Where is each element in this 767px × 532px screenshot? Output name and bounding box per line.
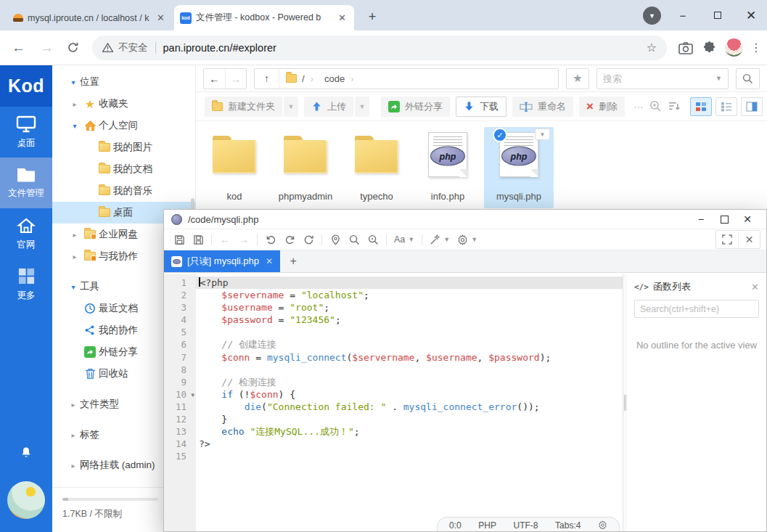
browser-reload-button[interactable] (67, 41, 79, 54)
encoding[interactable]: UTF-8 (514, 520, 538, 532)
tree-item-location[interactable]: ▾位置 (52, 71, 195, 93)
chevron-down-icon[interactable]: ▾ (67, 78, 80, 86)
window-maximize-button[interactable] (702, 0, 734, 30)
camera-extension-icon[interactable] (678, 41, 693, 54)
code-line-7[interactable]: $conn = mysqli_connect($servername, $use… (196, 351, 623, 364)
file-tile-mysqli-php[interactable]: php✓▼mysqli.php (484, 127, 554, 208)
tree-item-personal-space[interactable]: ▾个人空间 (52, 115, 195, 136)
explorer-forward-button[interactable]: → (225, 69, 246, 89)
view-list-button[interactable] (715, 97, 737, 116)
code-line-9[interactable]: // 检测连接 (196, 376, 623, 388)
more-actions-icon[interactable]: ⋯ (633, 101, 644, 112)
save-button[interactable] (170, 231, 189, 248)
file-tile-kod[interactable]: kod (200, 127, 269, 208)
profile-avatar[interactable] (725, 38, 743, 57)
appnav-official-site[interactable]: 官网 (0, 208, 52, 259)
window-minimize-button[interactable]: − (667, 0, 699, 30)
line-number[interactable]: 6 (164, 338, 196, 351)
new-folder-dropdown[interactable]: ▼ (284, 97, 298, 117)
outline-search-input[interactable] (634, 300, 759, 318)
find-replace-button[interactable] (364, 231, 382, 248)
browser-tab-phpmyadmin[interactable]: mysql.iproute.cn / localhost / k ✕ (7, 5, 173, 30)
chevron-down-icon[interactable]: ▾ (68, 122, 81, 130)
chrome-status-badge-icon[interactable]: ▼ (643, 7, 661, 25)
bookmark-star-icon[interactable]: ☆ (647, 41, 657, 54)
search-input[interactable] (603, 73, 712, 84)
fold-caret-icon[interactable]: ▼ (191, 389, 194, 401)
security-label[interactable]: 不安全 (118, 41, 148, 54)
code-area[interactable]: 12345678910▼1112131415 <?php $servername… (164, 274, 623, 531)
code-lines[interactable]: <?php $servername = "localhost"; $userna… (196, 274, 623, 531)
appnav-file-manager[interactable]: 文件管理 (0, 157, 52, 208)
chevron-down-icon[interactable]: ▾ (67, 283, 80, 291)
selected-check-icon[interactable]: ✓ (493, 128, 507, 142)
refresh-button[interactable] (299, 231, 318, 248)
tab-close-icon[interactable]: ✕ (336, 12, 348, 23)
code-line-10[interactable]: if (!$conn) { (196, 388, 623, 401)
file-tile-phpmyadmin[interactable]: phpmyadmin (271, 127, 340, 208)
cursor-position[interactable]: 0:0 (449, 520, 462, 532)
download-button[interactable]: 下载 (456, 97, 506, 117)
chevron-down-icon[interactable]: ▼ (715, 75, 722, 82)
line-number[interactable]: 11 (164, 401, 196, 413)
find-button[interactable] (345, 231, 364, 248)
code-line-8[interactable] (196, 364, 623, 376)
line-number[interactable]: 2 (164, 289, 196, 301)
code-line-12[interactable]: } (196, 413, 623, 425)
language-mode[interactable]: PHP (478, 520, 496, 532)
editor-minimize-button[interactable]: − (689, 210, 713, 229)
undo-button[interactable] (261, 231, 280, 248)
chevron-right-icon[interactable]: ▸ (67, 462, 80, 470)
kod-logo[interactable]: Kod (0, 65, 52, 107)
line-number[interactable]: 9 (164, 376, 196, 388)
chevron-right-icon[interactable]: ▸ (68, 100, 81, 108)
up-folder-button[interactable]: ↑ (255, 69, 279, 89)
tab-close-icon[interactable]: ✕ (155, 12, 167, 23)
view-column-button[interactable] (741, 97, 763, 116)
line-number[interactable]: 10▼ (164, 388, 196, 401)
panel-close-button[interactable]: ✕ (738, 231, 760, 248)
nav-back-button[interactable]: ← (216, 231, 234, 248)
url-text[interactable]: pan.iproute.cn/#explorer (163, 42, 276, 54)
status-gear-icon[interactable] (598, 520, 607, 532)
editor-close-button[interactable]: ✕ (736, 210, 759, 229)
line-number[interactable]: 3 (164, 301, 196, 314)
code-line-5[interactable] (196, 326, 623, 338)
extensions-puzzle-icon[interactable] (702, 41, 716, 54)
sort-button[interactable] (668, 101, 680, 112)
fullscreen-button[interactable] (716, 231, 738, 248)
file-tile-typecho[interactable]: typecho (342, 127, 411, 208)
breadcrumb-folder[interactable]: code (324, 73, 345, 84)
appnav-desktop[interactable]: 桌面 (0, 107, 52, 157)
code-line-14[interactable]: ?> (196, 438, 623, 450)
explorer-back-button[interactable]: ← (204, 69, 225, 89)
code-line-15[interactable] (196, 450, 623, 462)
new-tab-button[interactable]: + (363, 7, 382, 26)
share-button[interactable]: 外链分享 (381, 97, 450, 117)
chevron-right-icon[interactable]: ▸ (67, 401, 80, 409)
line-number[interactable]: 5 (164, 326, 196, 338)
tab-size[interactable]: Tabs:4 (555, 520, 581, 532)
code-line-13[interactable]: echo "连接MySQL...成功！"; (196, 425, 623, 438)
chevron-right-icon[interactable]: ▸ (68, 231, 81, 239)
nav-forward-button[interactable]: → (234, 231, 253, 248)
delete-button[interactable]: × 删除 (579, 97, 625, 117)
tree-item-my-documents[interactable]: 我的文档 (52, 158, 195, 180)
goto-line-button[interactable] (326, 231, 345, 248)
search-button[interactable] (736, 68, 760, 89)
tree-item-my-pictures[interactable]: 我的图片 (52, 136, 195, 158)
browser-tab-kodbox[interactable]: kod 文件管理 - kodbox - Powered b ✕ (174, 5, 354, 30)
browser-back-button[interactable]: ← (12, 40, 25, 56)
redo-button[interactable] (280, 231, 299, 248)
line-number[interactable]: 1 (164, 277, 196, 289)
tree-item-favorites[interactable]: ▸★收藏夹 (52, 93, 195, 115)
user-avatar[interactable] (7, 481, 45, 519)
browser-forward-button[interactable]: → (40, 40, 54, 56)
editor-new-tab-button[interactable]: + (280, 250, 306, 272)
settings-button[interactable]: ▼ (454, 234, 481, 245)
line-number[interactable]: 12 (164, 413, 196, 425)
upload-button[interactable]: 上传 (304, 97, 353, 117)
font-size-button[interactable]: Aa▼ (390, 234, 418, 245)
code-line-3[interactable]: $username = "root"; (196, 301, 623, 314)
editor-title-bar[interactable]: /code/mysqli.php − ✕ (164, 210, 766, 229)
